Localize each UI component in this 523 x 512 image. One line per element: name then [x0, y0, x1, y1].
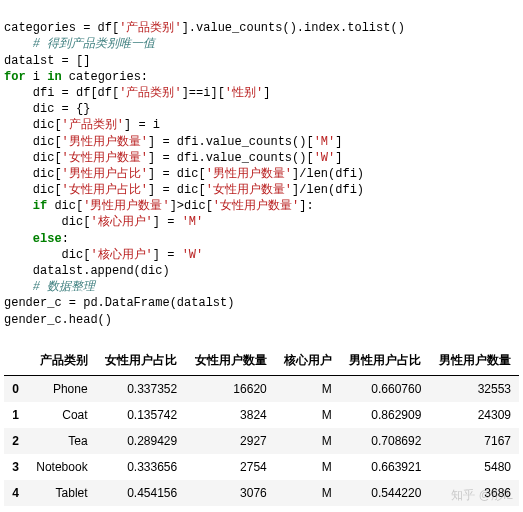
table-cell: 0.862909: [340, 402, 430, 428]
col-mratio: 男性用户占比: [340, 346, 430, 376]
col-index: [4, 346, 27, 376]
table-cell: 1: [4, 402, 27, 428]
table-header-row: 产品类别 女性用户占比 女性用户数量 核心用户 男性用户占比 男性用户数量: [4, 346, 519, 376]
table-cell: Tablet: [27, 480, 96, 506]
table-cell: M: [275, 375, 340, 402]
table-cell: 0.708692: [340, 428, 430, 454]
table-cell: 5480: [429, 454, 519, 480]
col-core: 核心用户: [275, 346, 340, 376]
table-row: 2Tea0.2894292927M0.7086927167: [4, 428, 519, 454]
table-row: 4Tablet0.4541563076M0.5442203686: [4, 480, 519, 506]
table-cell: 0.289429: [96, 428, 186, 454]
table-cell: Tea: [27, 428, 96, 454]
output-table: 产品类别 女性用户占比 女性用户数量 核心用户 男性用户占比 男性用户数量 0P…: [4, 346, 519, 506]
table-cell: Coat: [27, 402, 96, 428]
table-cell: 16620: [185, 375, 275, 402]
table-cell: 0: [4, 375, 27, 402]
table-cell: 0.333656: [96, 454, 186, 480]
table-cell: Phone: [27, 375, 96, 402]
table-cell: 24309: [429, 402, 519, 428]
table-cell: 3: [4, 454, 27, 480]
table-cell: 2: [4, 428, 27, 454]
table-cell: 0.454156: [96, 480, 186, 506]
table-cell: 0.663921: [340, 454, 430, 480]
table-cell: M: [275, 428, 340, 454]
table-cell: 7167: [429, 428, 519, 454]
table-cell: 2754: [185, 454, 275, 480]
code-block: categories = df['产品类别'].value_counts().i…: [4, 4, 519, 328]
table-cell: 4: [4, 480, 27, 506]
table-cell: 3076: [185, 480, 275, 506]
col-mcount: 男性用户数量: [429, 346, 519, 376]
table-cell: M: [275, 454, 340, 480]
col-fratio: 女性用户占比: [96, 346, 186, 376]
table-cell: 0.544220: [340, 480, 430, 506]
table-row: 1Coat0.1357423824M0.86290924309: [4, 402, 519, 428]
table-cell: 3824: [185, 402, 275, 428]
table-cell: 32553: [429, 375, 519, 402]
col-category: 产品类别: [27, 346, 96, 376]
table-row: 0Phone0.33735216620M0.66076032553: [4, 375, 519, 402]
table-cell: 3686: [429, 480, 519, 506]
table-cell: 0.135742: [96, 402, 186, 428]
table-cell: M: [275, 402, 340, 428]
table-cell: M: [275, 480, 340, 506]
col-fcount: 女性用户数量: [185, 346, 275, 376]
table-cell: 2927: [185, 428, 275, 454]
table-cell: 0.660760: [340, 375, 430, 402]
table-row: 3Notebook0.3336562754M0.6639215480: [4, 454, 519, 480]
table-cell: Notebook: [27, 454, 96, 480]
table-cell: 0.337352: [96, 375, 186, 402]
